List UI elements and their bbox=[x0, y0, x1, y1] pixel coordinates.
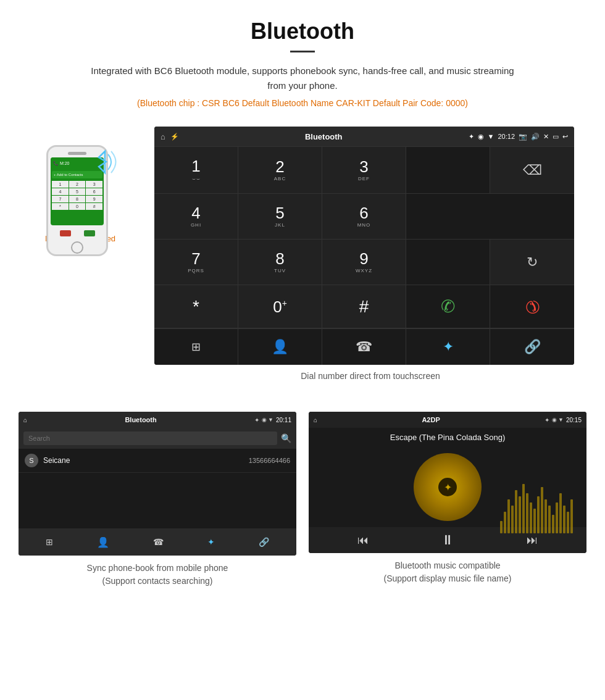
dial-key-5[interactable]: 5 JKL bbox=[238, 194, 322, 240]
signal-icon: ▼ bbox=[488, 133, 494, 140]
music-disc: ✦ bbox=[414, 453, 482, 521]
page-wrapper: Bluetooth Integrated with BC6 Bluetooth … bbox=[0, 0, 605, 600]
dial-empty-2 bbox=[406, 194, 574, 240]
window-icon: ▭ bbox=[553, 133, 559, 141]
dial-action-bar: ⊞ 👤 ☎ ✦ 🔗 bbox=[154, 328, 574, 365]
bluetooth-btn[interactable]: ✦ bbox=[406, 329, 490, 365]
bottom-row: ⌂ Bluetooth ✦ ◉ ▼ 20:11 🔍 S Seicane bbox=[0, 399, 605, 600]
music-loc-icon: ◉ bbox=[552, 417, 557, 423]
phone-icon: ☎ bbox=[356, 339, 372, 355]
music-block: ⌂ A2DP ✦ ◉ ▼ 20:15 Escape (The Pina Cola… bbox=[309, 412, 586, 588]
pb-avatar: S bbox=[25, 454, 38, 467]
pb-bottom-bar: ⊞ 👤 ☎ ✦ 🔗 bbox=[19, 528, 296, 556]
dial-backspace[interactable]: ⌫ bbox=[490, 147, 574, 194]
link-icon: 🔗 bbox=[524, 339, 541, 355]
pb-status-bar: ⌂ Bluetooth ✦ ◉ ▼ 20:11 bbox=[19, 412, 296, 428]
home-icon[interactable]: ⌂ bbox=[161, 132, 165, 141]
vis-bar bbox=[526, 493, 528, 533]
pb-phone-icon[interactable]: ☎ bbox=[153, 537, 164, 547]
pb-contacts-list: S Seicane 13566664466 bbox=[19, 449, 296, 528]
music-visualizer bbox=[500, 453, 574, 533]
pb-user-icon[interactable]: 👤 bbox=[97, 536, 109, 548]
link-btn[interactable]: 🔗 bbox=[490, 329, 574, 365]
volume-icon: 🔊 bbox=[531, 133, 540, 141]
dial-key-hash[interactable]: # bbox=[322, 285, 406, 328]
bluetooth-icon: ✦ bbox=[443, 339, 454, 355]
pb-time: 20:11 bbox=[276, 417, 291, 423]
music-art-area: ✦ bbox=[309, 447, 586, 527]
prev-btn[interactable]: ⏮ bbox=[357, 534, 369, 547]
phonebook-screen: ⌂ Bluetooth ✦ ◉ ▼ 20:11 🔍 S Seicane bbox=[19, 412, 296, 556]
phonebook-block: ⌂ Bluetooth ✦ ◉ ▼ 20:11 🔍 S Seicane bbox=[19, 412, 296, 588]
pb-loc-icon: ◉ bbox=[262, 417, 267, 423]
music-status-bar: ⌂ A2DP ✦ ◉ ▼ 20:15 bbox=[309, 412, 586, 428]
vis-bar bbox=[515, 490, 517, 533]
contacts-icon: 👤 bbox=[272, 339, 288, 355]
pb-contact-name: Seicane bbox=[43, 456, 249, 465]
pb-empty-area bbox=[19, 473, 296, 528]
dial-screen-wrapper: ⌂ ⚡ Bluetooth ✦ ◉ ▼ 20:12 📷 🔊 ✕ ▭ ↩ bbox=[154, 127, 586, 387]
phonebook-caption: Sync phone-book from mobile phone (Suppo… bbox=[87, 562, 228, 588]
next-btn[interactable]: ⏭ bbox=[527, 534, 538, 547]
dial-display bbox=[406, 147, 490, 194]
pb-bt-icon: ✦ bbox=[254, 417, 259, 423]
pb-search-icon[interactable]: 🔍 bbox=[281, 433, 291, 443]
music-song-title: Escape (The Pina Colada Song) bbox=[309, 428, 586, 447]
pb-dialpad-icon[interactable]: ⊞ bbox=[46, 537, 53, 547]
dial-key-9[interactable]: 9 WXYZ bbox=[322, 240, 406, 285]
dialpad-toggle-btn[interactable]: ⊞ bbox=[154, 329, 238, 365]
title-divider bbox=[290, 51, 315, 52]
music-screen: ⌂ A2DP ✦ ◉ ▼ 20:15 Escape (The Pina Cola… bbox=[309, 412, 586, 553]
vis-bar bbox=[556, 502, 558, 533]
dial-key-star[interactable]: * bbox=[154, 285, 238, 328]
play-pause-btn[interactable]: ⏸ bbox=[441, 532, 454, 548]
bluetooth-status-icon: ✦ bbox=[469, 133, 474, 141]
dial-end-btn[interactable]: ✆ bbox=[490, 285, 574, 328]
bluetooth-waves-icon bbox=[86, 139, 120, 182]
dial-key-0[interactable]: 0+ bbox=[238, 285, 322, 328]
music-disc-center: ✦ bbox=[438, 478, 457, 496]
pb-contact-number: 13566664466 bbox=[249, 457, 290, 464]
pb-link-bottom-icon[interactable]: 🔗 bbox=[259, 537, 269, 547]
dial-call-btn[interactable]: ✆ bbox=[406, 285, 490, 328]
back-icon[interactable]: ↩ bbox=[562, 133, 568, 141]
vis-bar bbox=[533, 509, 536, 533]
main-content: 📞 M:20 + Add to Contacts 123 456 789 *0# bbox=[0, 114, 605, 399]
dial-row-3: 7 PQRS 8 TUV 9 WXYZ ↻ bbox=[154, 240, 574, 285]
dial-redial-btn[interactable]: ↻ bbox=[490, 240, 574, 285]
pb-bt-bottom-icon[interactable]: ✦ bbox=[207, 537, 215, 547]
vis-bar bbox=[511, 506, 514, 533]
vis-bar bbox=[500, 521, 503, 533]
time-display: 20:12 bbox=[498, 133, 515, 140]
vis-bar bbox=[537, 496, 540, 533]
dial-key-3[interactable]: 3 DEF bbox=[322, 147, 406, 194]
vis-bar bbox=[559, 493, 562, 533]
dial-pad: 1 ⌣⌣ 2 ABC 3 DEF bbox=[154, 146, 574, 328]
pb-contact-row[interactable]: S Seicane 13566664466 bbox=[19, 449, 296, 473]
vis-bar bbox=[544, 499, 547, 533]
location-icon: ◉ bbox=[478, 133, 484, 141]
dial-key-4[interactable]: 4 GHI bbox=[154, 194, 238, 240]
vis-bar bbox=[552, 515, 554, 533]
camera-icon: 📷 bbox=[519, 133, 527, 141]
dial-key-2[interactable]: 2 ABC bbox=[238, 147, 322, 194]
dial-key-1[interactable]: 1 ⌣⌣ bbox=[154, 147, 238, 194]
pb-search-input[interactable] bbox=[23, 431, 277, 445]
dial-row-1: 1 ⌣⌣ 2 ABC 3 DEF bbox=[154, 146, 574, 194]
phone-area: 📞 M:20 + Add to Contacts 123 456 789 *0# bbox=[19, 127, 142, 243]
dial-key-7[interactable]: 7 PQRS bbox=[154, 240, 238, 285]
dial-row-4: * 0+ # ✆ ✆ bbox=[154, 285, 574, 328]
vis-bar bbox=[530, 502, 532, 533]
dial-key-8[interactable]: 8 TUV bbox=[238, 240, 322, 285]
close-icon[interactable]: ✕ bbox=[543, 133, 549, 141]
vis-bar bbox=[507, 499, 510, 533]
dial-key-6[interactable]: 6 MNO bbox=[322, 194, 406, 240]
vis-bar bbox=[522, 484, 525, 533]
pb-search-bar: 🔍 bbox=[19, 428, 296, 449]
music-time: 20:15 bbox=[566, 417, 582, 423]
phone-btn[interactable]: ☎ bbox=[322, 329, 406, 365]
page-header: Bluetooth Integrated with BC6 Bluetooth … bbox=[0, 0, 605, 114]
usb-icon: ⚡ bbox=[170, 133, 179, 141]
contacts-btn[interactable]: 👤 bbox=[238, 329, 322, 365]
status-bar-left: ⌂ ⚡ bbox=[161, 132, 179, 141]
